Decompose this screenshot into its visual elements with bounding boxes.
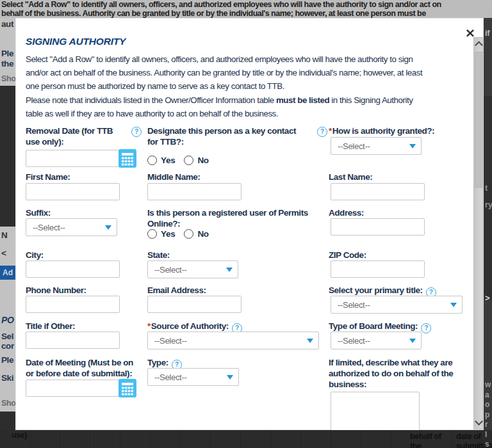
registered-user-label: Is this person a registered user of Perm… — [147, 207, 308, 229]
calendar-icon — [119, 379, 136, 397]
dropdown-arrow-icon — [105, 225, 111, 230]
paragraph-bold-text: must be listed — [276, 95, 329, 105]
paragraph-line: one person must be authorized by name to… — [26, 79, 422, 93]
paragraph-line: Select "Add a Row" to identify all owner… — [26, 52, 422, 66]
bg-fragment: N — [1, 230, 7, 240]
bg-letter: p — [485, 410, 492, 420]
bg-fragment: Ski — [1, 373, 13, 383]
bg-table-block — [0, 86, 15, 227]
calendar-button[interactable] — [119, 149, 136, 168]
bg-column-header: use) — [12, 431, 27, 440]
board-meeting-select[interactable]: --Select-- — [331, 332, 422, 349]
suffix-select[interactable]: --Select-- — [26, 218, 117, 236]
bg-letter: r — [485, 420, 492, 430]
required-asterisk: * — [329, 126, 332, 136]
authority-granted-label: *How is authority granted?: — [329, 125, 434, 136]
bg-fragment: Sho — [1, 74, 15, 83]
bg-pagination-fragment: < — [1, 248, 6, 258]
bg-section-title-fragment: PO — [1, 315, 13, 325]
scroll-up-icon[interactable] — [475, 41, 483, 49]
middle-name-input[interactable] — [147, 183, 242, 200]
bg-fragment: Sho — [1, 399, 15, 408]
date-of-meeting-input[interactable] — [26, 380, 120, 397]
no-radio[interactable] — [184, 229, 193, 239]
removal-date-input[interactable] — [26, 150, 120, 167]
key-contact-label: Designate this person as a key contact f… — [147, 125, 296, 147]
help-icon[interactable]: ? — [317, 127, 327, 137]
no-radio-label: No — [197, 229, 208, 239]
zip-code-input[interactable] — [331, 260, 425, 278]
limited-description-label: If limited, describe what they are autho… — [329, 357, 453, 390]
removal-date-label: Removal Date (for TTB use only): — [26, 125, 113, 147]
select-value: --Select-- — [338, 336, 370, 346]
select-value: --Select-- — [154, 372, 186, 382]
intro-paragraph-1: Select "Add a Row" to identify all owner… — [26, 52, 422, 93]
dropdown-arrow-icon — [307, 339, 313, 343]
primary-title-select[interactable]: --Select-- — [331, 296, 463, 314]
help-icon[interactable]: ? — [131, 127, 142, 137]
middle-name-label: Middle Name: — [147, 172, 200, 182]
state-select[interactable]: --Select-- — [147, 260, 238, 278]
first-name-input[interactable] — [26, 183, 120, 200]
bg-column-header: the — [410, 442, 422, 448]
yes-radio[interactable] — [147, 229, 157, 239]
key-contact-radio-group: Yes No — [147, 156, 214, 165]
no-radio[interactable] — [184, 156, 193, 165]
address-input[interactable] — [331, 218, 425, 236]
select-value: --Select-- — [33, 223, 65, 232]
select-value: --Select-- — [338, 300, 370, 310]
scrollbar-thumb[interactable] — [475, 52, 483, 188]
first-name-label: First Name: — [26, 172, 70, 182]
email-address-input[interactable] — [147, 296, 242, 313]
bg-letter: o — [485, 400, 492, 410]
title-if-other-input[interactable] — [26, 332, 120, 349]
bg-column-header: date of — [456, 432, 480, 442]
limited-description-textarea[interactable] — [331, 392, 420, 430]
city-input[interactable] — [26, 260, 120, 278]
bg-fragment: Ple — [1, 355, 13, 365]
dropdown-arrow-icon — [450, 303, 457, 307]
phone-number-label: Phone Number: — [26, 285, 86, 296]
yes-radio-label: Yes — [161, 229, 175, 239]
bg-paragraph-line: behalf of the business. Authority can be… — [0, 10, 492, 19]
select-value: --Select-- — [154, 336, 186, 346]
type-select[interactable]: --Select-- — [147, 368, 239, 386]
source-authority-select[interactable]: --Select-- — [147, 332, 319, 349]
address-label: Address: — [329, 207, 364, 218]
background-left-strip: aut Ple the Sho N < Ad PO Sel cor Ple Sk… — [0, 18, 15, 430]
select-value: --Select-- — [154, 265, 186, 275]
last-name-input[interactable] — [331, 183, 425, 200]
paragraph-text: in this Signing Authority — [329, 95, 413, 105]
yes-radio[interactable] — [147, 156, 157, 165]
help-icon[interactable]: ? — [421, 323, 431, 333]
bg-letter: l — [485, 430, 492, 440]
bg-fragment: t — [485, 183, 488, 193]
paragraph-text: Please note that individuals listed in t… — [26, 95, 276, 105]
suffix-label: Suffix: — [26, 207, 51, 218]
bg-fragment: cor — [1, 341, 14, 351]
bg-wrapped-header-letters: w a o p r l s — [485, 380, 492, 448]
modal-scrollbar[interactable] — [473, 37, 483, 429]
background-page-text: Select "Add a Row" to identify all owner… — [0, 0, 492, 18]
title-if-other-label: Title if Other: — [26, 321, 75, 332]
yes-radio-label: Yes — [161, 156, 175, 165]
bg-column-header: behalf of — [410, 432, 441, 442]
paragraph-line: and/or act on behalf of the business. Au… — [26, 66, 422, 79]
bg-add-row-button: Ad — [0, 266, 15, 280]
background-table-header: use) behalf of the date of submittal) — [0, 430, 492, 448]
paragraph-line: Please note that individuals listed in t… — [26, 93, 413, 107]
scroll-down-icon[interactable] — [475, 417, 483, 426]
bg-letter: w — [485, 380, 492, 390]
calendar-button[interactable] — [119, 379, 136, 397]
bg-pagination-fragment: > — [485, 293, 489, 303]
zip-code-label: ZIP Code: — [329, 250, 366, 260]
date-of-meeting-label: Date of Meeting (Must be on or before da… — [26, 357, 133, 379]
bg-fragment: ry — [485, 200, 492, 209]
signing-authority-modal: × SIGNING AUTHORITY Select "Add a Row" t… — [15, 18, 484, 430]
modal-title: SIGNING AUTHORITY — [26, 36, 126, 47]
phone-number-input[interactable] — [26, 296, 120, 313]
email-address-label: Email Address: — [147, 285, 206, 296]
background-right-strip: if t ry > — [484, 18, 492, 430]
authority-granted-select[interactable]: --Select-- — [331, 137, 422, 155]
no-radio-label: No — [197, 156, 208, 165]
